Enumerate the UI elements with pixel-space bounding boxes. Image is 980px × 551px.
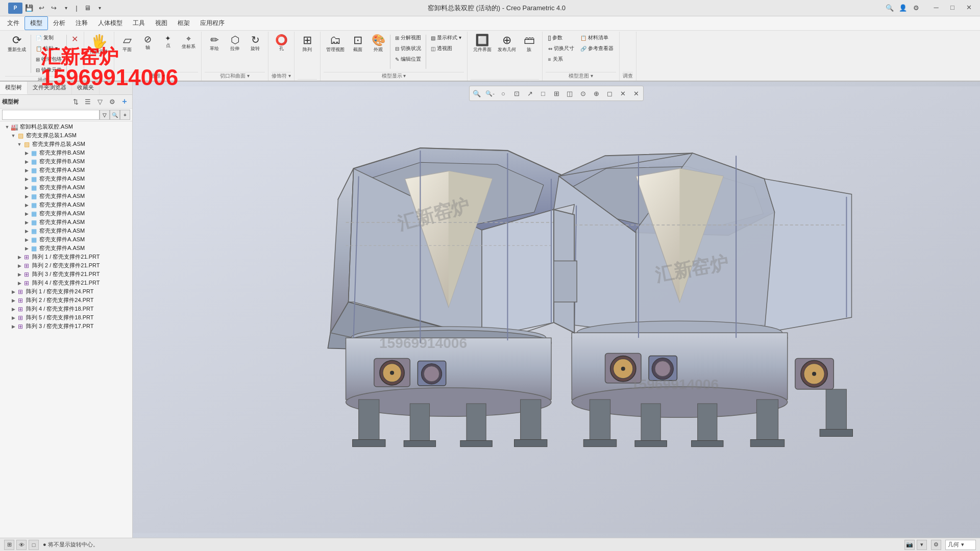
csys-button[interactable]: ⌖ 坐标系 <box>179 33 198 52</box>
copy-button[interactable]: 📄复制 <box>33 33 64 43</box>
tree-item-11[interactable]: ▶ ▦ 窑壳支撑件A.ASM <box>0 218 132 227</box>
view-btn7[interactable]: ⊕ <box>590 87 602 99</box>
add-tool[interactable]: + <box>119 96 130 107</box>
tree-item-12[interactable]: ▶ ▦ 窑壳支撑件A.ASM <box>0 227 132 235</box>
settings-icon[interactable]: ⚙ <box>911 3 922 14</box>
extra-icon2[interactable]: 🖥 <box>82 3 93 14</box>
mirror-button[interactable]: ⊟镜像元件 <box>33 65 64 75</box>
array-button[interactable]: ⊞ 阵列 <box>298 33 317 55</box>
menu-frame[interactable]: 框架 <box>173 17 195 30</box>
help-search[interactable]: 🔍 <box>884 3 895 14</box>
viewport[interactable]: 🔍 🔍- ○ ⊡ ↗ □ ⊞ ◫ ⊙ ⊕ ◻ ✕ ✕ <box>133 82 980 538</box>
maximize-button[interactable]: □ <box>945 3 960 13</box>
app-icon[interactable]: P <box>8 3 22 14</box>
tree-item-l1arr2[interactable]: ▶ ⊞ 阵列 2 / 窑壳支撑件24.PRT <box>0 296 132 305</box>
display-tool[interactable]: ☰ <box>82 96 93 107</box>
tree-item-1[interactable]: ▼ ▨ 窑壳支撑总装1.ASM <box>0 131 132 140</box>
bom-button[interactable]: 📋材料清单 <box>578 33 616 43</box>
view-btn6[interactable]: ⊙ <box>577 87 589 99</box>
menu-model[interactable]: 模型 <box>24 16 48 30</box>
tree-item-8[interactable]: ▶ ▦ 窑壳支撑件A.ASM <box>0 192 132 201</box>
menu-analysis[interactable]: 分析 <box>48 17 70 30</box>
extrude-button[interactable]: ⬡ 拉伸 <box>225 33 244 54</box>
menu-tools[interactable]: 工具 <box>128 17 150 30</box>
camera-icon[interactable]: 📷 <box>904 540 915 550</box>
tab-model-tree[interactable]: 模型树 <box>0 82 28 94</box>
explode-view-button[interactable]: ⊞分解视图 <box>393 33 424 43</box>
relations-button[interactable]: ≡关系 <box>546 54 577 64</box>
drag-component-button[interactable]: 🖐 拖动元件 <box>87 33 111 57</box>
tree-item-arr1[interactable]: ▶ ⊞ 阵列 1 / 窑壳支撑件21.PRT <box>0 253 132 261</box>
search-add-btn[interactable]: + <box>120 110 130 120</box>
tree-item-l1arr5[interactable]: ▶ ⊞ 阵列 3 / 窑壳支撑件17.PRT <box>0 322 132 331</box>
qa-more[interactable]: ▾ <box>60 3 71 14</box>
undo-btn[interactable]: ↩ <box>36 3 47 14</box>
tree-item-4[interactable]: ▶ ▦ 窑壳支撑件B.ASM <box>0 157 132 166</box>
axis-button[interactable]: ⊘ 轴 <box>138 33 157 53</box>
minimize-button[interactable]: ─ <box>929 3 943 13</box>
zoom-fit-btn[interactable]: ○ <box>497 87 509 99</box>
view-btn10[interactable]: ✕ <box>630 87 642 99</box>
tree-item-14[interactable]: ▶ ▦ 窑壳支撑件A.ASM <box>0 244 132 253</box>
manage-views-button[interactable]: 🗂 管理视图 <box>324 33 347 55</box>
close-op-btn[interactable]: ✕ <box>69 33 81 45</box>
user-icon[interactable]: 👤 <box>897 3 909 14</box>
switch-dim-button[interactable]: ⇔切换尺寸 <box>546 43 577 54</box>
tree-item-9[interactable]: ▶ ▦ 窑壳支撑件A.ASM <box>0 201 132 209</box>
view-btn5[interactable]: ◫ <box>564 87 576 99</box>
tree-root[interactable]: ▼ 🏭 窑卸料总装双腔.ASM <box>0 122 132 131</box>
tree-item-l1arr3[interactable]: ▶ ⊞ 阵列 4 / 窑壳支撑件18.PRT <box>0 305 132 313</box>
sketch-button[interactable]: ✏ 草绘 <box>205 33 224 54</box>
tree-item-3[interactable]: ▶ ▦ 窑壳支撑件B.ASM <box>0 148 132 157</box>
settings-tool[interactable]: ⚙ <box>107 96 118 107</box>
perspective-button[interactable]: ◫透视图 <box>428 43 464 54</box>
menu-annotation[interactable]: 注释 <box>70 17 93 30</box>
zoom-in-btn[interactable]: 🔍 <box>471 87 483 99</box>
tree-item-7[interactable]: ▶ ▦ 窑壳支撑件A.ASM <box>0 183 132 192</box>
tree-item-5[interactable]: ▶ ▦ 窑壳支撑件A.ASM <box>0 166 132 174</box>
save-btn[interactable]: 💾 <box>23 3 35 14</box>
geometry-dropdown[interactable]: 几何 ▾ <box>945 540 976 550</box>
tree-item-10[interactable]: ▶ ▦ 窑壳支撑件A.ASM <box>0 209 132 218</box>
config-icon[interactable]: ⚙ <box>931 540 941 550</box>
appearance-button[interactable]: 🎨 外观 <box>369 33 388 55</box>
extra-icon3[interactable]: ▾ <box>94 3 105 14</box>
tree-search-input[interactable] <box>2 110 100 120</box>
paste-button[interactable]: 📋粘贴 ▾ <box>33 43 64 54</box>
status-icon-3[interactable]: □ <box>29 540 39 550</box>
menu-app[interactable]: 应用程序 <box>195 17 230 30</box>
extra-icon1[interactable]: | <box>72 3 81 14</box>
section-button[interactable]: ⊡ 截面 <box>348 33 368 55</box>
tree-item-arr3[interactable]: ▶ ⊞ 阵列 3 / 窑壳支撑件21.PRT <box>0 270 132 279</box>
display-style-button[interactable]: ▨显示样式 ▾ <box>428 33 464 43</box>
view-btn3[interactable]: □ <box>537 87 549 99</box>
tab-favorites[interactable]: 收藏夹 <box>72 82 100 94</box>
ref-viewer-button[interactable]: 🔗参考查看器 <box>578 43 616 54</box>
tab-folder-browser[interactable]: 文件夹浏览器 <box>28 82 72 94</box>
revolve-button[interactable]: ↻ 旋转 <box>246 33 265 54</box>
close-button[interactable]: ✕ <box>962 3 976 13</box>
tree-item-6[interactable]: ▶ ▦ 窑壳支撑件A.ASM <box>0 174 132 183</box>
tree-item-arr4[interactable]: ▶ ⊞ 阵列 4 / 窑壳支撑件21.PRT <box>0 279 132 287</box>
hole-button[interactable]: ⭕ 孔 <box>272 33 291 54</box>
menu-file[interactable]: 文件 <box>2 17 24 30</box>
menu-view[interactable]: 视图 <box>150 17 173 30</box>
shrink-button[interactable]: ⊞收缩包络 <box>33 54 64 64</box>
view-btn8[interactable]: ◻ <box>603 87 616 99</box>
tree-item-13[interactable]: ▶ ▦ 窑壳支撑件A.ASM <box>0 235 132 244</box>
view-btn2[interactable]: ↗ <box>524 87 536 99</box>
tree-item-2[interactable]: ▼ ▨ 窑壳支撑件总装.ASM <box>0 140 132 148</box>
params-button[interactable]: []参数 <box>546 33 577 43</box>
point-button[interactable]: ✦ 点 <box>158 33 178 51</box>
status-icon-1[interactable]: ⊞ <box>4 540 14 550</box>
view-btn4[interactable]: ⊞ <box>550 87 562 99</box>
comp-interface-button[interactable]: 🔲 元件界面 <box>471 33 494 55</box>
regenerate-button[interactable]: ⟳ 重新生成 <box>5 33 29 55</box>
sort-tool[interactable]: ⇅ <box>70 96 81 107</box>
switch-state-button[interactable]: ⊟切换状况 <box>393 43 424 54</box>
filter-tool[interactable]: ▽ <box>94 96 106 107</box>
tree-item-l1arr1[interactable]: ▶ ⊞ 阵列 1 / 窑壳支撑件24.PRT <box>0 287 132 296</box>
status-icon-2[interactable]: 👁 <box>16 540 27 550</box>
tree-item-l1arr4[interactable]: ▶ ⊞ 阵列 5 / 窑壳支撑件18.PRT <box>0 313 132 322</box>
redo-btn[interactable]: ↪ <box>48 3 59 14</box>
